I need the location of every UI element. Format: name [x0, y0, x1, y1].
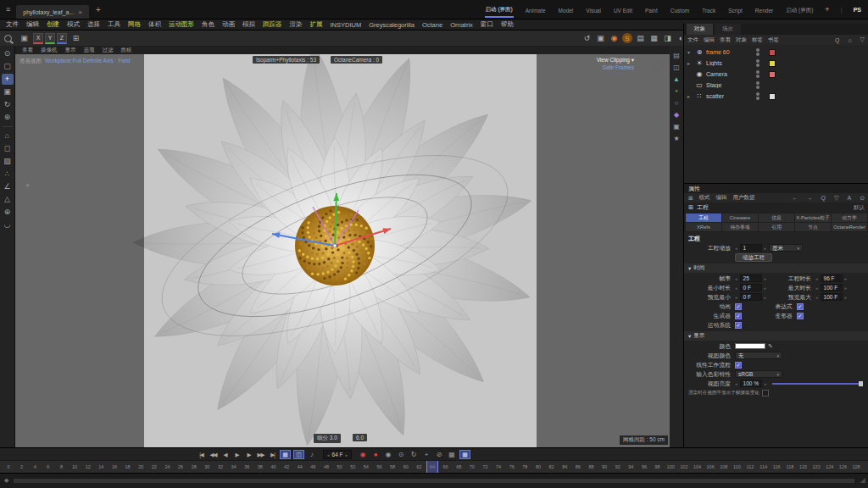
time-group-header[interactable]: ▾时间	[684, 263, 868, 273]
key-record-icon[interactable]: ↻	[409, 451, 419, 458]
visibility-dots[interactable]	[756, 70, 760, 78]
menu-item[interactable]: 动画	[222, 20, 235, 29]
value-field[interactable]: 100 F	[821, 293, 843, 301]
last-tool[interactable]: ⊛	[2, 112, 14, 123]
object-manager-tab[interactable]: 对象	[687, 24, 713, 35]
viewport-menu-item[interactable]: 显示	[65, 47, 76, 54]
value-field[interactable]: 0 F	[740, 293, 762, 301]
attributes-tab[interactable]: X-Particles粒子	[795, 214, 831, 222]
view-axis-gizmo[interactable]	[649, 58, 665, 74]
object-tree-row[interactable]: ▾⊕frame 60	[684, 47, 868, 58]
scale-tool[interactable]: ▣	[2, 86, 14, 97]
axis-lock-z-button[interactable]: Z	[57, 33, 67, 44]
menu-item[interactable]: 体积	[148, 20, 161, 29]
autokey-button[interactable]: ●	[370, 451, 381, 458]
menu-item[interactable]: 渲染	[290, 20, 303, 29]
attributes-tab[interactable]: XRefs	[686, 223, 721, 231]
object-tag[interactable]	[769, 49, 776, 56]
timeline-playhead[interactable]	[426, 461, 438, 474]
workspace-tab[interactable]: 启动 (界面)	[485, 2, 514, 18]
object-manager-header-icon[interactable]: Q	[835, 37, 839, 43]
attributes-header-icon[interactable]: A	[847, 195, 851, 201]
attributes-header-icon[interactable]: ▽	[834, 195, 838, 202]
viewport-menu-item[interactable]: 面板	[121, 47, 132, 54]
sound-toggle-icon[interactable]: ♪	[307, 451, 317, 458]
object-name[interactable]: Camera	[706, 71, 754, 77]
spinner-down[interactable]: ◂	[735, 246, 737, 251]
snapshot-panel-icon[interactable]: ▣	[673, 123, 680, 130]
object-menu-item[interactable]: 标签	[752, 36, 763, 44]
close-icon[interactable]: ×	[78, 8, 82, 16]
workspace-tab[interactable]: Paint	[644, 3, 659, 16]
menu-item[interactable]: 跟踪器	[263, 20, 282, 29]
attributes-header-icon[interactable]: →	[807, 195, 813, 201]
object-tag[interactable]	[769, 60, 776, 67]
render-view-icon[interactable]: ▣	[595, 34, 606, 42]
window-menu-icon[interactable]: ≡	[6, 5, 10, 14]
object-tree-row[interactable]: ▸☀Lights	[684, 58, 868, 69]
object-menu-item[interactable]: 查看	[720, 36, 731, 44]
bookmark-panel-icon[interactable]: ★	[673, 135, 679, 142]
menu-item[interactable]: 帮助	[501, 20, 514, 29]
transport-button[interactable]: ▶|	[268, 452, 277, 458]
model-mode-button[interactable]: ◻	[2, 143, 14, 154]
attributes-tab[interactable]: OctaneRender	[832, 223, 867, 231]
workspace-tab[interactable]: Render	[754, 3, 774, 16]
value-field[interactable]: 100 F	[821, 284, 843, 291]
key-record-icon[interactable]: ▦	[447, 451, 457, 458]
expand-icon[interactable]: ▸	[687, 93, 693, 99]
attributes-mode-tab[interactable]: 模式	[698, 194, 709, 202]
object-menu-item[interactable]: 文件	[687, 36, 698, 44]
object-name[interactable]: frame 60	[706, 49, 754, 55]
viewport-canvas[interactable]: 透视视图Workplane:Full Definite Axis : Field…	[15, 54, 670, 447]
object-manager-tab[interactable]: 场次	[715, 24, 741, 35]
attributes-tab[interactable]: 待办事项	[722, 223, 758, 231]
keyframe-selection-button[interactable]: ◉	[383, 451, 393, 458]
object-manager-header-icon[interactable]: ⌂	[848, 37, 851, 43]
view-group-header[interactable]: ▾显示	[684, 331, 868, 341]
expand-icon[interactable]: ▸	[687, 60, 693, 66]
scale-project-button[interactable]: 缩放工程	[735, 253, 772, 262]
checkbox[interactable]: ✓	[735, 322, 742, 329]
menu-item[interactable]: 窗口	[481, 20, 493, 29]
timeline-toggle-button[interactable]: ▦	[280, 450, 291, 459]
add-workspace-button[interactable]: +	[825, 5, 829, 14]
transport-button[interactable]: ▶▶	[256, 452, 265, 458]
document-tab[interactable]: phyllotaxy_leaf_a... ×	[16, 5, 89, 19]
snap-button[interactable]: ◡	[2, 219, 14, 230]
visibility-dots[interactable]	[756, 48, 760, 56]
menu-item[interactable]: 模式	[67, 20, 80, 29]
timeline-mode-button[interactable]: ▦	[459, 450, 470, 459]
menu-item[interactable]: Ornatrix	[450, 21, 473, 29]
octane-render-icon[interactable]: S	[622, 33, 632, 43]
attributes-tab[interactable]: 信息	[759, 214, 794, 222]
attributes-tab[interactable]: 工程	[686, 214, 721, 222]
object-menu-item[interactable]: 书签	[768, 36, 779, 44]
visibility-dots[interactable]	[756, 92, 760, 100]
object-menu-item[interactable]: 对象	[736, 36, 747, 44]
value-field[interactable]: 96 F	[821, 274, 843, 282]
transport-button[interactable]: |◀	[197, 452, 206, 458]
menu-item[interactable]: 网格	[128, 20, 141, 29]
menu-item[interactable]: Octane	[422, 21, 442, 29]
view-intensity-field[interactable]: 100 %	[740, 380, 762, 387]
view-intensity-slider[interactable]	[772, 383, 863, 385]
add-panel-icon[interactable]: +	[675, 87, 679, 95]
workspace-tab[interactable]: Model	[558, 3, 575, 16]
timeline-scrollbar[interactable]	[14, 479, 854, 483]
spinner-up[interactable]: ▸	[765, 246, 767, 251]
render-note-checkbox[interactable]: ✓	[762, 390, 769, 396]
expand-icon[interactable]: ▾	[687, 49, 693, 55]
preset-label[interactable]: 默认	[854, 204, 865, 212]
view-color-dropdown[interactable]: 无▾	[735, 352, 782, 359]
workspace-tab[interactable]: Track	[701, 3, 716, 16]
menu-item[interactable]: 角色	[202, 20, 214, 29]
workspace-tab[interactable]: Visual	[585, 3, 602, 16]
viewport-menu-item[interactable]: 查看	[22, 47, 33, 54]
add-document-tab-button[interactable]: +	[96, 5, 101, 14]
workspace-tab[interactable]: Animate	[525, 3, 547, 16]
object-tag[interactable]	[769, 71, 776, 78]
object-name[interactable]: Stage	[706, 82, 754, 88]
menu-item[interactable]: 文件	[6, 20, 19, 29]
checkbox[interactable]: ✓	[735, 313, 742, 319]
